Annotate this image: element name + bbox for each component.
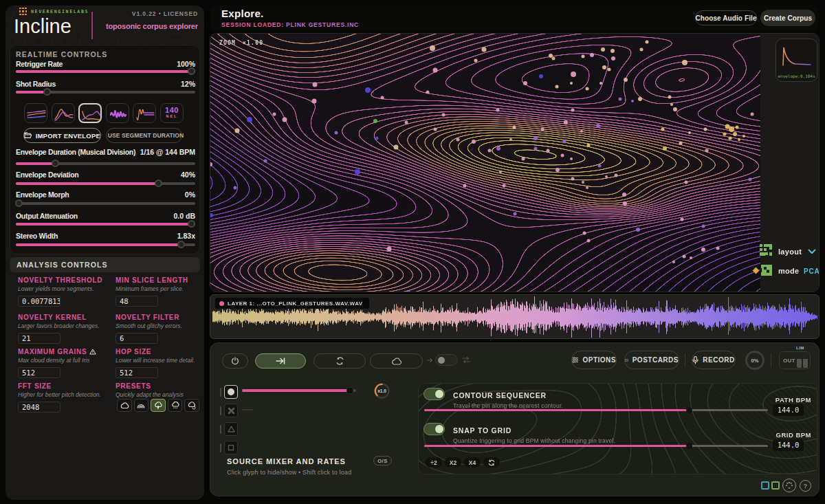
slider-row: Envelope Deviation 40%: [16, 171, 195, 191]
mode-value[interactable]: PCA: [804, 267, 820, 275]
mixer-glyph-x[interactable]: [224, 404, 238, 417]
mixer-slider-handle[interactable]: [346, 387, 353, 394]
chevron-down-icon[interactable]: [808, 249, 816, 254]
help-icon[interactable]: ?: [800, 480, 811, 492]
envelope-shape-button[interactable]: 140 NEL: [160, 103, 184, 123]
midi-icon[interactable]: [782, 479, 796, 492]
oversample-badge[interactable]: O/S: [373, 456, 392, 465]
record-button[interactable]: RECORD: [692, 351, 736, 369]
analysis-field-label: NOVELTY THRESHOLD: [18, 276, 111, 284]
sequencer-toggle[interactable]: [424, 423, 445, 435]
slider-track[interactable]: [16, 202, 195, 205]
bpm-mult-button[interactable]: X4: [464, 457, 481, 468]
slider-handle[interactable]: [188, 67, 195, 75]
postcards-button[interactable]: POSTCARDS: [624, 351, 679, 369]
analysis-field-input[interactable]: 48: [116, 296, 158, 307]
create-corpus-button[interactable]: Create Corpus: [760, 10, 815, 26]
preset-cloud-button[interactable]: [117, 399, 132, 412]
bpm-value-box[interactable]: 144.0: [773, 439, 804, 451]
sequencer-row-title: CONTOUR SEQUENCER: [453, 391, 547, 399]
bpm-mult-button[interactable]: X2: [445, 457, 461, 468]
level-ring[interactable]: 0%: [745, 351, 764, 370]
slider-row: Retrigger Rate 100%: [16, 60, 195, 80]
sync-button[interactable]: [314, 353, 366, 369]
out-meter[interactable]: OUT: [779, 351, 811, 369]
sequencer-toggle[interactable]: [424, 388, 445, 400]
bpm-label: PATH BPM: [742, 396, 811, 404]
mixer-rate-slider[interactable]: [242, 389, 356, 392]
sequencer-slider[interactable]: [424, 445, 768, 447]
mixer-glyph-circle[interactable]: [224, 385, 238, 399]
preset-cloud-rain-button[interactable]: [168, 399, 183, 412]
shuffle-icon[interactable]: [462, 356, 470, 364]
bpm-mult-button[interactable]: ÷2: [426, 457, 442, 468]
zoom-value: ×1.00: [243, 40, 263, 46]
explore-title: Explore.: [221, 8, 264, 19]
presets-field: PRESETS Quickly adapt the analysis: [116, 382, 208, 398]
mixer-glyph-triangle[interactable]: [224, 422, 238, 436]
use-segment-duration-button[interactable]: USE SEGMENT DURATION: [106, 128, 182, 143]
slider-track[interactable]: [16, 162, 195, 165]
rate-knob[interactable]: x1.0: [373, 382, 390, 402]
cyan-square-icon[interactable]: [761, 481, 769, 490]
transport-toggle[interactable]: [435, 354, 458, 366]
preset-arcs-button[interactable]: [134, 399, 149, 412]
slider-value: 100%: [177, 60, 195, 68]
transport-toggle-knob: [438, 357, 445, 364]
divider: [685, 353, 685, 366]
options-button[interactable]: OPTIONS: [571, 351, 617, 369]
toposonic-map-canvas[interactable]: [210, 34, 760, 292]
analysis-field: FFT SIZE Higher for better pitch detecti…: [18, 382, 111, 413]
mixer-tick: [220, 425, 221, 434]
envelope-shape-button[interactable]: .p1{fill:none;stroke:#e08a4a;stroke-widt…: [78, 103, 102, 123]
bpm-reset-button[interactable]: [483, 457, 500, 468]
green-square-icon[interactable]: [771, 481, 780, 490]
square-glyph-icon: [228, 444, 234, 451]
mixer-tick: [220, 443, 221, 452]
cloud-button[interactable]: [370, 353, 423, 369]
analysis-field: NOVELTY FILTER Smooth out glitchy errors…: [116, 314, 208, 344]
analysis-field: NOVELTY KERNEL Larger favors broader cha…: [18, 314, 111, 344]
slider-track[interactable]: [16, 243, 195, 246]
analysis-field-input[interactable]: 6: [116, 333, 158, 344]
mixer-title: SOURCE MIXER AND RATES: [227, 457, 346, 465]
analysis-field-input[interactable]: 512: [18, 367, 60, 378]
sequencer-slider[interactable]: [424, 409, 768, 411]
analysis-field-input[interactable]: 512: [116, 367, 158, 378]
slider-handle[interactable]: [15, 199, 23, 207]
slider-label: Output Attenuation: [16, 212, 78, 220]
slider-handle[interactable]: [155, 179, 162, 187]
envelope-shape-row: .p1{fill:none;stroke:#e08a4a;stroke-widt…: [10, 103, 201, 123]
envelope-shape-button[interactable]: .p1{fill:none;stroke:#e08a4a;stroke-widt…: [52, 103, 75, 123]
slider-track[interactable]: [16, 70, 195, 73]
slider-handle[interactable]: [43, 88, 51, 96]
play-to-end-button[interactable]: [255, 353, 306, 369]
layer-label: LAYER 1: ...OTO_PLINK_GESTURES.WAV.WAV: [215, 298, 369, 309]
preset-cloud-sync-button[interactable]: [184, 399, 199, 412]
sequencer-slider-handle[interactable]: [686, 407, 692, 413]
slider-track[interactable]: [16, 182, 195, 185]
analysis-field-input[interactable]: 2048: [18, 402, 60, 413]
slider-handle[interactable]: [52, 160, 59, 167]
analysis-field: MAXIMUM GRAINS Max cloud density at full…: [18, 348, 111, 378]
analysis-field-input[interactable]: 21: [18, 333, 60, 344]
bpm-value-box[interactable]: 144.0: [773, 404, 804, 416]
slider-track[interactable]: [16, 223, 195, 226]
choose-audio-file-button[interactable]: Choose Audio File: [695, 10, 757, 25]
mode-label[interactable]: mode: [778, 267, 800, 275]
envelope-shape-button[interactable]: .p1{fill:none;stroke:#e08a4a;stroke-widt…: [133, 103, 156, 123]
preset-cloud-lightning-button[interactable]: [151, 399, 166, 412]
layout-label[interactable]: layout: [778, 248, 802, 256]
slider-track[interactable]: [16, 91, 195, 94]
slider-handle[interactable]: [188, 220, 195, 228]
envelope-shape-button[interactable]: .p1{fill:none;stroke:#e08a4a;stroke-widt…: [106, 103, 129, 123]
envelope-thumbnail[interactable]: envelope:0.104s: [776, 39, 817, 82]
envelope-shape-button[interactable]: .p1{fill:none;stroke:#e08a4a;stroke-widt…: [24, 103, 47, 123]
mixer-glyph-square[interactable]: [224, 441, 238, 454]
sequencer-slider-handle[interactable]: [686, 443, 692, 449]
analysis-field-label: NOVELTY FILTER: [116, 314, 208, 321]
import-envelope-button[interactable]: IMPORT ENVELOPE: [23, 128, 101, 143]
power-button[interactable]: [222, 353, 248, 369]
analysis-field-input[interactable]: 0.007781385: [18, 296, 60, 307]
slider-handle[interactable]: [177, 241, 185, 248]
